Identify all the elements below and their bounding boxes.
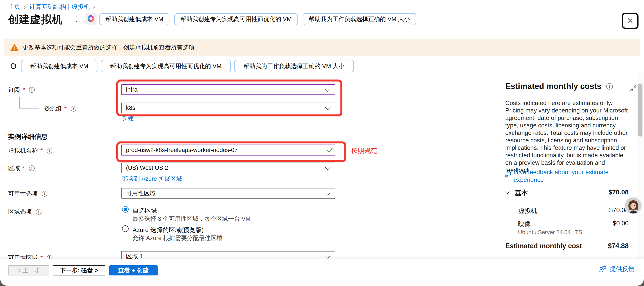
breadcrumb-virtual-machines[interactable]: 计算基础结构 | 虚拟机 <box>30 3 90 11</box>
cost-panel-description: Costs indicated here are estimates only.… <box>505 99 628 174</box>
breadcrumb: 主页 › 计算基础结构 | 虚拟机 › <box>8 3 95 11</box>
copilot-button[interactable] <box>85 13 96 25</box>
chevron-down-icon <box>325 190 330 195</box>
help-high-availability-vm-button[interactable]: 帮助我创建专为实现高可用性而优化的 VM <box>101 60 231 72</box>
tree-connector <box>19 97 20 108</box>
radio-azure-selected-zones[interactable] <box>122 225 128 232</box>
required-asterisk <box>40 147 43 154</box>
cost-group-label[interactable]: 基本 <box>515 188 528 197</box>
help-high-availability-vm-button[interactable]: 帮助我创建专为实现高可用性而优化的 VM <box>174 13 298 25</box>
collapse-panel-icon[interactable] <box>629 84 638 92</box>
required-asterisk <box>64 105 67 112</box>
copilot-outline-icon <box>9 62 18 71</box>
previous-button[interactable]: < 上一步 <box>8 265 50 275</box>
review-create-button[interactable]: 查看 + 创建 <box>109 265 158 275</box>
cost-group-value: $70.08 <box>608 188 629 196</box>
chevron-right-icon: › <box>24 3 26 11</box>
resource-group-label: 资源组 <box>44 105 76 113</box>
region-dropdown[interactable]: (US) West US 2 <box>121 163 336 173</box>
info-icon[interactable] <box>71 106 76 112</box>
radio-azure-selected-zones-desc: 允许 Azure 根据需要分配最佳区域 <box>132 234 222 242</box>
cost-item-value: $0.00 <box>612 220 629 227</box>
give-feedback-link[interactable]: 提供反馈 <box>599 265 634 273</box>
scrollbar-thumb[interactable] <box>638 84 642 137</box>
tree-connector <box>19 108 39 109</box>
next-disks-button[interactable]: 下一步: 磁盘 > <box>53 265 105 275</box>
copilot-icon <box>86 14 95 23</box>
radio-self-selected-zones-label[interactable]: 自选区域 <box>132 206 157 215</box>
content-helper-buttons: 帮助我创建低成本 VM 帮助我创建专为实现高可用性而优化的 VM 帮助我为工作负… <box>21 60 354 72</box>
chevron-down-icon <box>325 87 330 92</box>
required-asterisk <box>22 165 25 172</box>
divider <box>499 238 637 238</box>
expander-chevron-icon[interactable] <box>504 190 510 195</box>
total-cost-value: $74.88 <box>608 242 629 250</box>
info-icon[interactable] <box>29 165 35 171</box>
divider <box>499 257 637 257</box>
create-vm-page: 主页 › 计算基础结构 | 虚拟机 › 创建虚拟机 ··· 帮助我创建低成本 V… <box>0 0 644 286</box>
subscription-dropdown[interactable]: infra <box>121 84 336 95</box>
header-helper-buttons: 帮助我创建低成本 VM 帮助我创建专为实现高可用性而优化的 VM 帮助我为工作负… <box>99 13 416 25</box>
create-new-resource-group-link[interactable]: 新建 <box>122 114 134 122</box>
feedback-bubble-icon <box>504 170 512 178</box>
help-right-vm-size-button[interactable]: 帮助我为工作负载选择正确的 VM 大小 <box>234 60 354 72</box>
close-icon: ✕ <box>627 16 634 26</box>
valid-check-icon <box>326 147 333 153</box>
naming-convention-note: 按照规范 <box>351 146 378 155</box>
deploy-extended-zones-link[interactable]: 部署到 Azure 扩展区域 <box>122 175 182 183</box>
radio-self-selected-zones[interactable] <box>122 206 128 213</box>
info-icon[interactable] <box>36 209 42 215</box>
chevron-down-icon <box>325 105 330 110</box>
vm-name-input[interactable] <box>121 145 336 156</box>
estimate-feedback-link[interactable]: Give feedback about your estimate experi… <box>514 168 623 184</box>
availability-options-dropdown[interactable]: 可用性区域 <box>121 188 336 199</box>
close-button[interactable]: ✕ <box>622 13 638 29</box>
page-title: 创建虚拟机 <box>8 12 63 27</box>
info-icon[interactable] <box>29 87 35 93</box>
chevron-right-icon: › <box>93 3 95 11</box>
cost-item-label: 虚拟机 <box>518 206 537 215</box>
avatar[interactable] <box>625 197 642 214</box>
cost-item-subtext: Ubuntu Server 24.04 LTS <box>518 229 582 236</box>
vm-name-label: 虚拟机名称 <box>8 147 52 155</box>
resource-group-dropdown[interactable]: k8s <box>121 103 336 113</box>
availability-options-label: 可用性选项 <box>8 190 48 198</box>
more-actions-icon[interactable]: ··· <box>76 17 85 25</box>
zone-options-label: 区域选项 <box>8 208 42 216</box>
person-feedback-icon <box>599 265 607 272</box>
warning-icon <box>10 44 19 51</box>
help-low-cost-vm-button[interactable]: 帮助我创建低成本 VM <box>99 13 170 25</box>
chevron-down-icon <box>325 165 330 170</box>
total-cost-label: Estimated monthly cost <box>505 242 582 250</box>
help-right-vm-size-button[interactable]: 帮助我为工作负载选择正确的 VM 大小 <box>303 13 416 25</box>
info-icon[interactable] <box>42 191 48 197</box>
instance-details-heading: 实例详细信息 <box>8 132 48 141</box>
warning-text: 更改基本选项可能会重置所做的选择。创建虚拟机前查看所有选项。 <box>22 44 200 51</box>
info-icon[interactable] <box>606 83 613 90</box>
cost-item-label: 映像 <box>518 220 531 228</box>
cost-panel-title: Estimated monthly costs <box>505 82 613 91</box>
help-low-cost-vm-button[interactable]: 帮助我创建低成本 VM <box>21 60 98 72</box>
warning-banner: 更改基本选项可能会重置所做的选择。创建虚拟机前查看所有选项。 <box>4 39 640 56</box>
region-label: 区域 <box>8 164 35 172</box>
radio-self-selected-zones-desc: 最多选择 3 个可用性区域，每个区域一台 VM <box>132 215 250 223</box>
chevron-down-icon <box>325 253 330 258</box>
footer-bar: < 上一步 下一步: 磁盘 > 查看 + 创建 提供反馈 <box>0 259 644 286</box>
required-asterisk <box>22 87 25 93</box>
info-icon[interactable] <box>47 148 52 154</box>
breadcrumb-home[interactable]: 主页 <box>8 3 20 11</box>
subscription-label: 订阅 <box>8 86 35 94</box>
radio-azure-selected-zones-label[interactable]: Azure 选择的区域(预览版) <box>132 226 204 234</box>
